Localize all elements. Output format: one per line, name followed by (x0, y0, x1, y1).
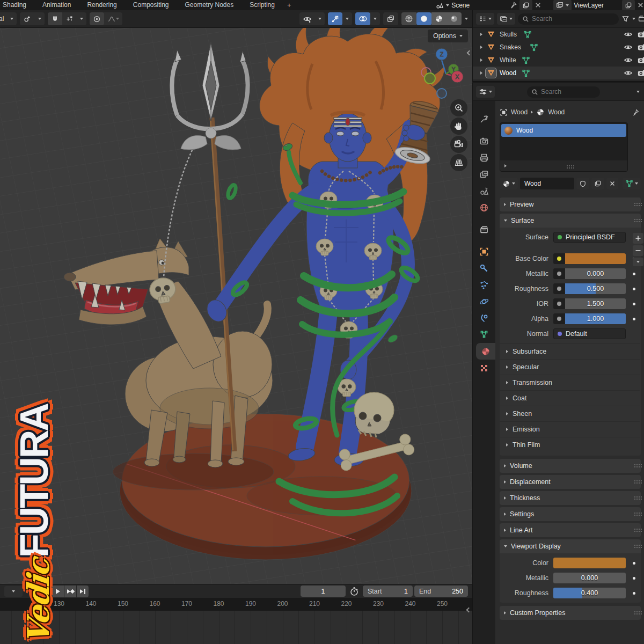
outliner-search[interactable] (518, 13, 619, 25)
slot-specials-icon[interactable] (504, 164, 507, 167)
3d-viewport-canvas[interactable]: Z Y X (0, 10, 472, 584)
render-tab[interactable] (473, 133, 495, 149)
particles-tab[interactable] (473, 276, 495, 293)
panel-custom-properties[interactable]: Custom Properties (500, 606, 641, 620)
panel-drag-icon[interactable] (634, 513, 635, 514)
ior-slider[interactable]: 1.500 (565, 298, 626, 309)
overlays-dropdown-icon[interactable] (370, 12, 380, 25)
physics-tab[interactable] (473, 293, 495, 310)
panel-drag-icon[interactable] (634, 203, 635, 204)
add-slot-button[interactable] (633, 233, 643, 244)
object-name[interactable]: Skulls (500, 31, 517, 38)
pin-scene-icon[interactable] (509, 1, 517, 9)
pivot-dropdown[interactable] (20, 12, 45, 25)
breadcrumb-object[interactable]: Wood (511, 108, 528, 116)
panel-surface[interactable]: Surface (500, 214, 641, 228)
outliner-filter-image-dropdown[interactable] (497, 13, 515, 25)
panel-displacement[interactable]: Displacement (500, 475, 641, 489)
metallic-slider[interactable]: 0.000 (565, 268, 626, 279)
next-keyframe-button[interactable] (64, 586, 76, 597)
outliner-row-skulls[interactable]: Skulls (473, 28, 644, 41)
animate-icon[interactable] (628, 273, 640, 275)
animate-icon[interactable] (628, 318, 640, 320)
filter-dropdown-icon[interactable] (632, 18, 635, 20)
outliner-row-wood[interactable]: Wood (473, 67, 644, 79)
animate-icon[interactable] (628, 288, 640, 290)
modifiers-tab[interactable] (473, 260, 495, 276)
scene-name[interactable]: Scene (451, 2, 470, 9)
falloff-dropdown[interactable] (104, 12, 122, 25)
proportional-edit-toggle[interactable] (90, 12, 104, 25)
visibility-dropdown[interactable] (299, 12, 325, 25)
output-tab[interactable] (473, 149, 495, 166)
panel-drag-icon[interactable] (634, 480, 635, 481)
outliner-row-snakes[interactable]: Snakes (473, 41, 644, 54)
tab-geometry-nodes[interactable]: Geometry Nodes (177, 0, 242, 10)
viewport-roughness-slider[interactable]: 0.400 (553, 588, 626, 598)
pan-button[interactable] (450, 118, 467, 135)
shading-solid-button[interactable] (416, 12, 431, 25)
scene-icon[interactable] (435, 1, 444, 10)
normal-dropdown[interactable]: Default (553, 328, 626, 339)
disable-render-icon[interactable] (638, 56, 644, 64)
new-viewlayer-button[interactable] (622, 0, 635, 11)
resize-grip-icon[interactable] (567, 165, 568, 166)
timeline-channels[interactable] (0, 611, 472, 644)
texture-tab[interactable] (473, 360, 495, 376)
subpanel-emission[interactable]: Emission (500, 421, 640, 437)
subpanel-subsurface[interactable]: Subsurface (500, 343, 640, 359)
orthographic-toggle-button[interactable] (450, 154, 467, 171)
material-name-field[interactable]: Wood (520, 178, 574, 189)
filter-icon[interactable] (621, 15, 630, 23)
tab-scripting[interactable]: Scripting (241, 0, 283, 10)
panel-drag-icon[interactable] (634, 496, 635, 497)
start-frame-field[interactable]: Start1 (363, 586, 413, 597)
panel-settings[interactable]: Settings (500, 507, 641, 521)
view-layer-tab[interactable] (473, 166, 495, 182)
hide-viewport-icon[interactable] (624, 56, 633, 64)
object-data-tab[interactable] (473, 326, 495, 343)
animate-icon[interactable] (628, 303, 640, 305)
overlays-toggle[interactable] (355, 12, 370, 25)
jump-to-end-button[interactable] (77, 586, 89, 597)
panel-viewport-display[interactable]: Viewport Display (500, 539, 641, 553)
expand-icon[interactable] (480, 33, 482, 36)
tab-rendering[interactable]: Rendering (79, 0, 125, 10)
new-collection-icon[interactable] (638, 15, 644, 23)
outliner-display-mode-dropdown[interactable] (476, 13, 494, 25)
duplicate-material-button[interactable] (591, 178, 604, 189)
scene-dropdown-icon[interactable] (446, 4, 449, 6)
object-tab[interactable] (473, 243, 495, 260)
orientation-dropdown[interactable]: al (0, 12, 17, 25)
fake-user-button[interactable] (576, 178, 589, 189)
play-button[interactable] (52, 586, 64, 597)
hide-viewport-icon[interactable] (624, 43, 633, 51)
xray-toggle[interactable] (383, 12, 398, 25)
panel-drag-icon[interactable] (634, 219, 635, 220)
timeline-view-dropdown[interactable] (4, 586, 23, 597)
collection-tab[interactable] (473, 221, 495, 238)
link-mesh-data-dropdown[interactable] (623, 178, 641, 189)
constraints-tab[interactable] (473, 310, 495, 326)
new-scene-button[interactable] (519, 0, 532, 11)
hide-viewport-icon[interactable] (624, 31, 633, 38)
outliner-search-input[interactable] (532, 15, 580, 23)
panel-volume[interactable]: Volume (500, 459, 641, 473)
animate-icon[interactable] (628, 592, 640, 595)
viewlayer-name[interactable]: ViewLayer (574, 2, 604, 9)
tool-tab[interactable] (473, 111, 495, 127)
breadcrumb-material[interactable]: Wood (548, 108, 565, 116)
object-name[interactable]: White (500, 56, 516, 64)
base-color-socket[interactable] (553, 253, 565, 264)
tab-shading[interactable]: Shading (0, 0, 34, 10)
current-frame-field[interactable]: 1 (301, 586, 346, 597)
pin-id-icon[interactable] (632, 108, 640, 116)
editor-type-dropdown[interactable] (476, 86, 495, 98)
disable-render-icon[interactable] (638, 43, 644, 51)
stopwatch-icon[interactable] (349, 587, 359, 596)
object-name[interactable]: Snakes (500, 43, 521, 51)
alpha-slider[interactable]: 1.000 (565, 313, 626, 324)
shading-dropdown-icon[interactable] (465, 18, 468, 20)
snap-dropdown-icon[interactable] (77, 12, 86, 25)
end-frame-field[interactable]: End250 (414, 586, 468, 597)
